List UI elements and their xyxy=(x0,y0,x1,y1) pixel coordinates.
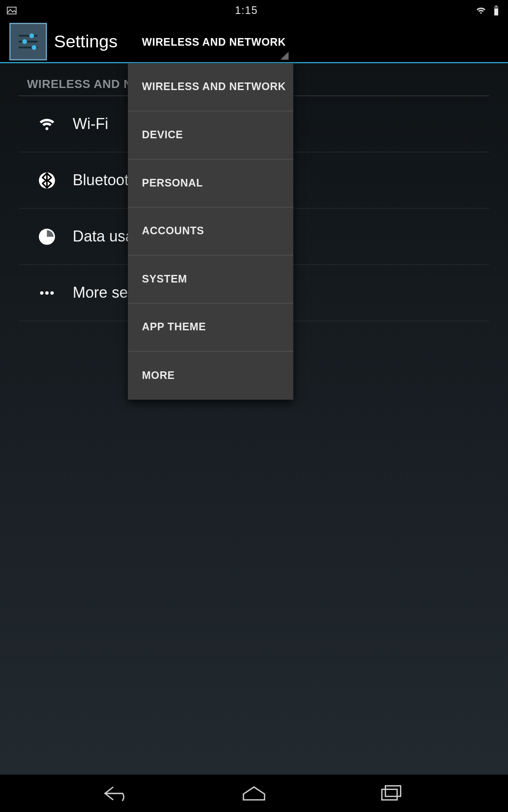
dropdown-label: DEVICE xyxy=(142,129,183,141)
wifi-icon xyxy=(35,115,58,133)
dropdown-label: SYSTEM xyxy=(142,273,187,285)
bluetooth-icon xyxy=(35,171,58,189)
dropdown-item-personal[interactable]: PERSONAL xyxy=(128,159,293,208)
battery-status-icon xyxy=(490,5,502,16)
dropdown-item-device[interactable]: DEVICE xyxy=(128,111,293,159)
dropdown-label: MORE xyxy=(142,370,175,382)
svg-point-13 xyxy=(45,291,49,294)
statusbar-left xyxy=(6,5,18,16)
status-bar: 1:15 xyxy=(0,0,508,21)
svg-rect-15 xyxy=(382,789,397,800)
home-icon xyxy=(240,784,268,804)
dropdown-item-system[interactable]: SYSTEM xyxy=(128,255,293,304)
dropdown-item-more[interactable]: MORE xyxy=(128,351,293,400)
svg-point-9 xyxy=(32,45,36,50)
nav-back-button[interactable] xyxy=(96,782,137,805)
spinner-indicator-icon xyxy=(280,52,288,60)
svg-rect-3 xyxy=(494,7,498,9)
statusbar-right xyxy=(475,5,502,16)
settings-app-icon xyxy=(9,23,47,60)
nav-home-button[interactable] xyxy=(233,782,274,805)
svg-rect-16 xyxy=(385,786,400,796)
data-usage-icon xyxy=(35,228,58,245)
dropdown-item-accounts[interactable]: ACCOUNTS xyxy=(128,208,293,256)
dropdown-label: PERSONAL xyxy=(142,177,203,189)
dropdown-item-apptheme[interactable]: APP THEME xyxy=(128,304,293,352)
row-label: Wi-Fi xyxy=(73,115,108,133)
svg-point-8 xyxy=(22,39,27,44)
dropdown-label: ACCOUNTS xyxy=(142,225,204,237)
dropdown-label: APP THEME xyxy=(142,321,206,333)
dropdown-label: WIRELESS AND NETWORK xyxy=(142,81,286,93)
actionbar-title: Settings xyxy=(54,32,117,52)
statusbar-clock: 1:15 xyxy=(18,4,475,16)
svg-point-7 xyxy=(29,33,34,38)
section-spinner[interactable]: WIRELESS AND NETWORK xyxy=(128,21,292,63)
dropdown-item-wireless[interactable]: WIRELESS AND NETWORK xyxy=(128,63,293,112)
svg-point-12 xyxy=(40,291,44,294)
svg-rect-2 xyxy=(495,5,497,6)
spinner-selected-label: WIRELESS AND NETWORK xyxy=(142,36,286,48)
wifi-status-icon xyxy=(475,5,487,16)
image-notification-icon xyxy=(6,5,18,16)
svg-point-14 xyxy=(50,291,54,294)
nav-recent-button[interactable] xyxy=(371,782,412,805)
recent-apps-icon xyxy=(377,784,406,804)
back-icon xyxy=(102,784,131,804)
device-frame: 1:15 Settings WIRELESS AND NETWORK xyxy=(0,0,508,812)
action-bar: Settings WIRELESS AND NETWORK xyxy=(0,21,508,63)
navigation-bar xyxy=(0,775,508,812)
more-icon xyxy=(35,284,58,302)
section-dropdown: WIRELESS AND NETWORK DEVICE PERSONAL ACC… xyxy=(128,63,293,400)
